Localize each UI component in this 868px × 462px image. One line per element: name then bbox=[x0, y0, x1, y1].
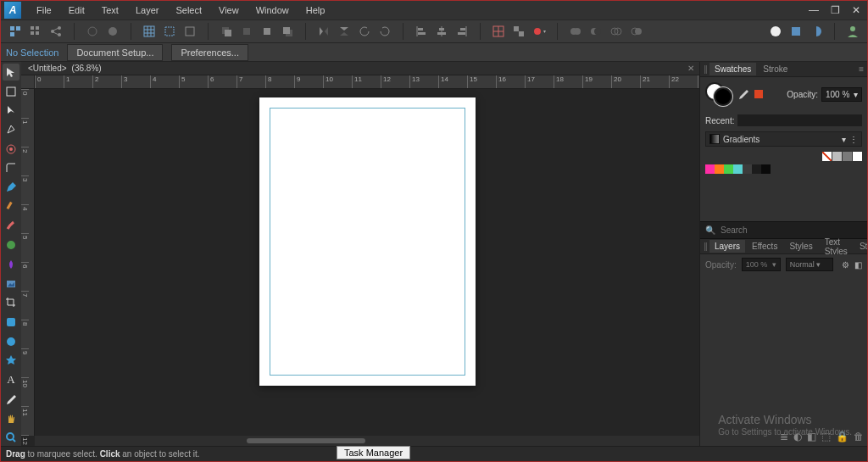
recent-swatches-strip[interactable] bbox=[737, 114, 862, 126]
shape-star-tool-icon[interactable] bbox=[3, 353, 19, 370]
tab-effects[interactable]: Effects bbox=[747, 240, 782, 253]
corner-tool-icon[interactable] bbox=[3, 160, 19, 177]
trash-icon[interactable]: 🗑 bbox=[854, 431, 864, 443]
persona-export-icon[interactable] bbox=[807, 22, 826, 41]
snap-grid-icon[interactable] bbox=[140, 22, 159, 41]
order-back-icon[interactable] bbox=[217, 22, 236, 41]
palette-swatch[interactable] bbox=[761, 164, 771, 174]
opacity-field[interactable]: 100 %▾ bbox=[821, 87, 862, 102]
boolop-intersect-icon[interactable] bbox=[607, 22, 626, 41]
layer-clip-icon[interactable]: ◧ bbox=[854, 260, 862, 270]
preferences-button[interactable]: Preferences... bbox=[171, 44, 248, 61]
swatch-light[interactable] bbox=[832, 152, 842, 161]
flip-h-icon[interactable] bbox=[314, 22, 333, 41]
palette-swatch[interactable] bbox=[752, 164, 761, 174]
brush-tool-icon[interactable] bbox=[3, 218, 19, 235]
share-icon[interactable] bbox=[47, 22, 65, 41]
task-manager-taskbar-item[interactable]: Task Manager bbox=[337, 446, 410, 459]
boolop-add-icon[interactable] bbox=[566, 22, 585, 41]
layer-opacity-field[interactable]: 100 %▾ bbox=[742, 258, 781, 271]
fill-tool-icon[interactable] bbox=[3, 237, 19, 253]
align-right-icon[interactable] bbox=[453, 22, 471, 41]
tab-layers[interactable]: Layers bbox=[709, 240, 745, 253]
pencil-tool-icon[interactable] bbox=[3, 198, 19, 215]
color-wells[interactable] bbox=[705, 82, 732, 106]
account-icon[interactable] bbox=[843, 22, 862, 41]
snapping-dropdown-icon[interactable] bbox=[530, 22, 548, 41]
persona-designer-icon[interactable] bbox=[766, 22, 785, 41]
flip-v-icon[interactable] bbox=[335, 22, 353, 41]
mask-icon[interactable]: ◐ bbox=[793, 431, 802, 443]
fill-color-well[interactable] bbox=[714, 87, 732, 106]
window-close[interactable]: ✕ bbox=[852, 4, 860, 16]
palette-swatch[interactable] bbox=[733, 164, 743, 174]
tab-stock[interactable]: Stock bbox=[854, 240, 868, 253]
adjust-icon[interactable]: ◧ bbox=[807, 431, 816, 443]
swatch-mid[interactable] bbox=[843, 152, 852, 161]
document-tab[interactable]: <Untitled> (36.8%) bbox=[21, 63, 108, 74]
palette-swatch[interactable] bbox=[715, 164, 724, 174]
layers-stack-icon[interactable]: ≣ bbox=[780, 431, 788, 443]
shape-circle-tool-icon[interactable] bbox=[3, 333, 19, 350]
persona-pixel-icon[interactable] bbox=[787, 22, 805, 41]
menu-file[interactable]: File bbox=[28, 3, 60, 18]
artboard-tool-icon[interactable] bbox=[3, 83, 19, 100]
eyedropper-icon[interactable] bbox=[737, 88, 749, 100]
boolop-divide-icon[interactable] bbox=[627, 22, 646, 41]
palette-menu-icon[interactable]: ⋮ bbox=[849, 135, 858, 144]
search-input[interactable]: Search bbox=[721, 225, 748, 235]
sync-off-icon[interactable] bbox=[83, 22, 102, 41]
menu-help[interactable]: Help bbox=[298, 3, 334, 18]
menu-layer[interactable]: Layer bbox=[127, 3, 168, 18]
layer-settings-icon[interactable]: ⚙ bbox=[842, 260, 849, 270]
grid-toggle-icon[interactable] bbox=[489, 22, 508, 41]
menu-select[interactable]: Select bbox=[167, 3, 210, 18]
horizontal-scrollbar-thumb[interactable] bbox=[247, 438, 365, 443]
tab-swatches[interactable]: Swatches bbox=[709, 63, 756, 75]
rotate-cw-icon[interactable] bbox=[376, 22, 394, 41]
view-separated-icon[interactable] bbox=[6, 22, 25, 41]
shape-ellipse-tool-icon[interactable] bbox=[3, 314, 19, 331]
ruler-horizontal[interactable]: 01234567891011121314151617181920212223 bbox=[35, 75, 699, 89]
sync-on-icon[interactable] bbox=[103, 22, 122, 41]
swatch-none-icon[interactable] bbox=[822, 152, 832, 161]
canvas-viewport[interactable] bbox=[35, 89, 699, 436]
swatch-white[interactable] bbox=[853, 152, 862, 161]
window-minimize[interactable]: — bbox=[809, 4, 819, 16]
zoom-tool-icon[interactable] bbox=[3, 429, 19, 446]
place-image-tool-icon[interactable] bbox=[3, 276, 19, 292]
menu-text[interactable]: Text bbox=[93, 3, 127, 18]
tab-styles[interactable]: Styles bbox=[784, 240, 817, 253]
order-front-icon[interactable] bbox=[278, 22, 297, 41]
menu-window[interactable]: Window bbox=[248, 3, 298, 18]
text-tool-icon[interactable]: A bbox=[3, 371, 19, 388]
node-tool-icon[interactable] bbox=[3, 102, 19, 119]
view-grid-icon[interactable] bbox=[26, 22, 45, 41]
palette-swatch[interactable] bbox=[705, 164, 715, 174]
order-backward-icon[interactable] bbox=[237, 22, 256, 41]
fx-icon[interactable]: ⬚ bbox=[821, 431, 831, 443]
horizontal-scrollbar[interactable] bbox=[35, 436, 699, 446]
move-tool-icon[interactable] bbox=[3, 64, 19, 81]
align-left-icon[interactable] bbox=[412, 22, 431, 41]
hand-tool-icon[interactable] bbox=[3, 410, 19, 427]
palette-selector[interactable]: Gradients ▾ ⋮ bbox=[705, 131, 862, 147]
eyedropper-tool-icon[interactable] bbox=[3, 391, 19, 408]
crop-tool-icon[interactable] bbox=[3, 294, 19, 311]
palette-swatch[interactable] bbox=[724, 164, 733, 174]
document-tab-close-icon[interactable]: ✕ bbox=[682, 64, 699, 73]
rotate-ccw-icon[interactable] bbox=[355, 22, 374, 41]
transparency-tool-icon[interactable] bbox=[3, 256, 19, 273]
layer-blend-field[interactable]: Normal ▾ bbox=[786, 258, 833, 271]
window-maximize[interactable]: ❐ bbox=[831, 4, 840, 16]
snap-guides-icon[interactable] bbox=[160, 22, 179, 41]
lock-icon[interactable]: 🔒 bbox=[836, 431, 849, 443]
boolop-subtract-icon[interactable] bbox=[587, 22, 605, 41]
ruler-vertical[interactable]: 012345678910111213 bbox=[21, 89, 35, 436]
panel-menu-icon[interactable]: ≡ bbox=[859, 64, 864, 74]
contour-tool-icon[interactable] bbox=[3, 141, 19, 158]
document-setup-button[interactable]: Document Setup... bbox=[67, 44, 163, 61]
checker-toggle-icon[interactable] bbox=[509, 22, 528, 41]
snap-bounds-icon[interactable] bbox=[181, 22, 199, 41]
palette-swatch[interactable] bbox=[743, 164, 752, 174]
